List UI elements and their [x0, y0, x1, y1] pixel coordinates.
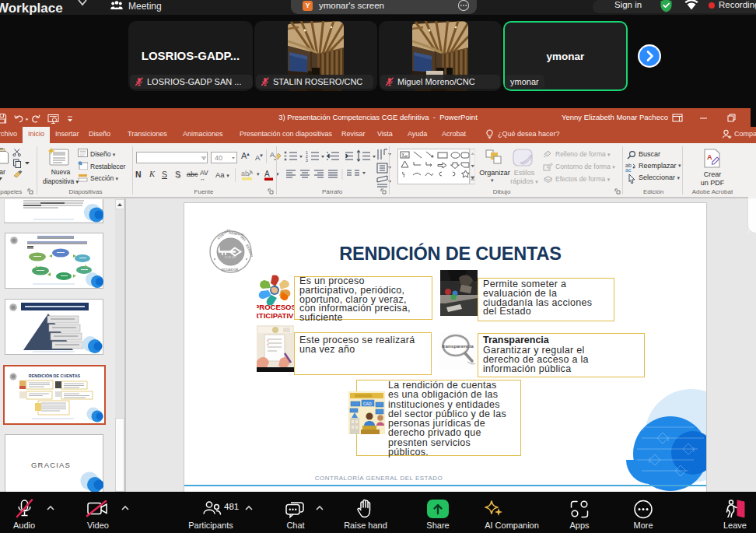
svg-text:RTICIPATIV: RTICIPATIV: [257, 311, 294, 320]
svg-text:DEL: DEL: [240, 235, 247, 242]
svg-text:RENDICIÓN DE CUENTAS: RENDICIÓN DE CUENTAS: [28, 373, 80, 378]
svg-text:ESTADO: ESTADO: [245, 244, 253, 258]
svg-text:CAD: CAD: [363, 402, 372, 406]
svg-text:A: A: [270, 151, 275, 159]
svg-text:3: 3: [306, 158, 308, 163]
svg-text:ac: ac: [625, 167, 632, 172]
svg-text:31 DE 1927: 31 DE 1927: [225, 256, 236, 259]
svg-text:transparencia: transparencia: [442, 343, 474, 349]
svg-text:ECUADOR: ECUADOR: [222, 268, 238, 272]
svg-text:A: A: [264, 170, 270, 178]
svg-text:PROCESOS: PROCESOS: [257, 303, 294, 311]
svg-text:ab: ab: [241, 170, 249, 177]
svg-text:GRACIAS: GRACIAS: [31, 461, 71, 469]
svg-text:A: A: [707, 153, 712, 161]
